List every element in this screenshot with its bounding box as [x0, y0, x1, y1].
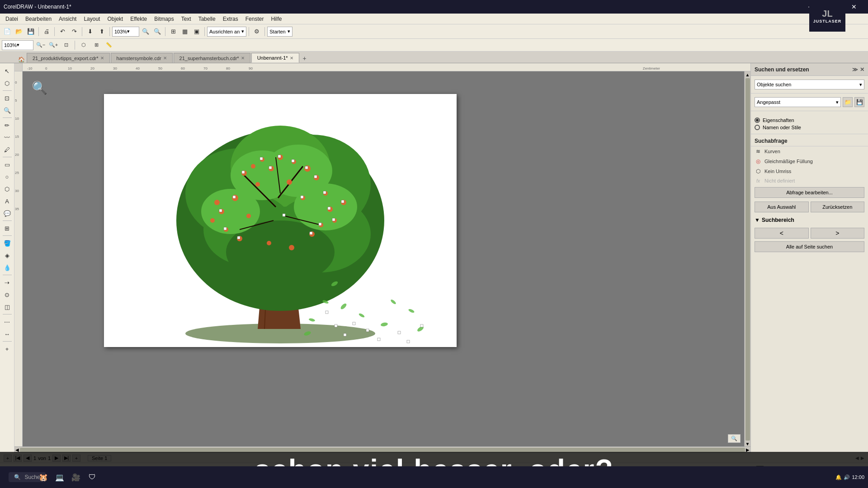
zoom-fit-button[interactable]: 🔍− — [35, 40, 46, 51]
tab-close-2[interactable]: ✕ — [163, 56, 167, 61]
contour-tool[interactable]: ⊙ — [1, 289, 13, 300]
next-btn[interactable]: > — [811, 228, 865, 239]
rulers-btn[interactable]: 📏 — [104, 40, 114, 51]
table-tool[interactable]: ⊞ — [1, 222, 13, 234]
rect-tool[interactable]: ▭ — [1, 159, 13, 170]
settings-button[interactable]: ⚙ — [251, 26, 262, 37]
open-button[interactable]: 📂 — [14, 26, 24, 37]
tab-superhamster[interactable]: 21_superhamsterbuch.cdr* ✕ — [174, 53, 250, 63]
menu-bearbeiten[interactable]: Bearbeiten — [22, 15, 55, 23]
query-kein-umriss[interactable]: ⬡ Kein Umriss — [751, 166, 868, 176]
blend-tool[interactable]: ⇢ — [1, 277, 13, 288]
smartdraw-tool[interactable]: 〰 — [1, 131, 13, 143]
artpen-tool[interactable]: 🖊 — [1, 144, 13, 155]
security-taskbar-icon[interactable]: 🛡 — [85, 471, 99, 483]
search-type-dropdown[interactable]: Objekte suchen ▾ — [755, 80, 864, 89]
menu-fenster[interactable]: Fenster — [242, 15, 268, 23]
zuruecksetzen-btn[interactable]: Zurücksetzen — [811, 202, 865, 212]
tab-close-1[interactable]: ✕ — [100, 56, 104, 61]
menu-extras[interactable]: Extras — [219, 15, 242, 23]
smart-fill-tool[interactable]: ◈ — [1, 249, 13, 261]
scroll-thumb-v[interactable] — [745, 78, 750, 441]
explorer-taskbar-icon[interactable]: 💻 — [52, 471, 67, 483]
search-taskbar-btn[interactable]: 🔍 Suche — [20, 471, 34, 483]
save-button[interactable]: 💾 — [25, 26, 36, 37]
redo-button[interactable]: ↷ — [69, 26, 80, 37]
radio-namen[interactable]: Namen oder Stile — [755, 125, 864, 130]
find-all-btn[interactable]: Alle auf Seite suchen — [755, 241, 864, 252]
callout-tool[interactable]: 💬 — [1, 207, 13, 219]
menu-layout[interactable]: Layout — [80, 15, 104, 23]
scroll-down[interactable]: ▼ — [745, 441, 750, 446]
vertical-scrollbar[interactable]: ▲ ▼ — [744, 71, 750, 446]
query-kurven[interactable]: ≋ Kurven — [751, 146, 868, 156]
menu-text[interactable]: Text — [178, 15, 195, 23]
menu-ansicht[interactable]: Ansicht — [55, 15, 80, 23]
abfrage-btn[interactable]: Abfrage bearbeiten... — [755, 187, 864, 198]
menu-effekte[interactable]: Effekte — [127, 15, 151, 23]
aus-auswahl-btn[interactable]: Aus Auswahl — [755, 202, 809, 212]
grid-btn[interactable]: ⊞ — [91, 40, 102, 51]
filter-btn-1[interactable]: 📁 — [843, 97, 853, 107]
connector-tool[interactable]: ⋯ — [1, 316, 13, 328]
align-dropdown[interactable]: Ausrichten an ▾ — [207, 27, 246, 37]
ellipse-tool[interactable]: ○ — [1, 171, 13, 183]
tab-produktivtipps[interactable]: 21_produktivtipps_export.cdr* ✕ — [27, 53, 110, 63]
panel-expand-btn[interactable]: ≫ — [852, 66, 858, 73]
zoom-out-button[interactable]: 🔍 — [140, 26, 151, 37]
node-tool[interactable]: ⬡ — [1, 77, 13, 89]
zoom-input[interactable]: 103% ▾ — [112, 27, 139, 37]
import-button[interactable]: ⬇ — [85, 26, 95, 37]
new-button[interactable]: 📄 — [2, 26, 13, 37]
query-gleichmaessige[interactable]: ◎ Gleichmäßige Füllung — [751, 156, 868, 166]
export-button[interactable]: ⬆ — [96, 26, 107, 37]
tab-unbenannt[interactable]: Unbenannt-1* ✕ — [251, 53, 299, 63]
zoom-actual-button[interactable]: ⊡ — [61, 40, 71, 51]
hamster-taskbar-icon[interactable]: 🐹 — [36, 471, 51, 483]
svg-point-31 — [255, 182, 260, 187]
text-tool[interactable]: A — [1, 195, 13, 207]
tab-add-button[interactable]: + — [300, 54, 309, 63]
scroll-up[interactable]: ▲ — [745, 72, 750, 77]
fill-tool[interactable]: 🪣 — [1, 237, 13, 249]
prev-btn[interactable]: < — [755, 228, 809, 239]
close-button[interactable]: ✕ — [844, 0, 864, 14]
panel-close-btn[interactable]: ✕ — [860, 66, 864, 73]
undo-button[interactable]: ↶ — [57, 26, 68, 37]
add-page-btn[interactable]: + — [1, 343, 13, 355]
starten-dropdown[interactable]: Starten ▾ — [267, 27, 292, 37]
zoom-tool[interactable]: 🔍 — [1, 104, 13, 116]
view-btn-2[interactable]: ▦ — [179, 26, 190, 37]
svg-rect-54 — [224, 227, 226, 230]
crop-tool[interactable]: ⊡ — [1, 92, 13, 104]
tab-close-4[interactable]: ✕ — [290, 56, 293, 61]
select-tool[interactable]: ↖ — [1, 65, 13, 77]
transparency-tool[interactable]: ◫ — [1, 301, 13, 313]
video-taskbar-icon[interactable]: 🎥 — [69, 471, 83, 483]
view-mode-btn[interactable]: ⬡ — [78, 40, 89, 51]
zoom-in2-button[interactable]: 🔍+ — [48, 40, 59, 51]
suchbereich-header[interactable]: ▼ Suchbereich — [751, 214, 868, 226]
menu-tabelle[interactable]: Tabelle — [195, 15, 219, 23]
radio-eigenschaften[interactable]: Eigenschaften — [755, 117, 864, 123]
print-button[interactable]: 🖨 — [41, 26, 52, 37]
canvas-workspace[interactable]: 🔍 — [23, 71, 744, 446]
zoom-percent-input[interactable]: 103% ▾ — [2, 40, 33, 50]
scroll-thumb-h[interactable] — [20, 448, 745, 452]
filter-dropdown[interactable]: Angepasst ▾ — [755, 97, 841, 107]
dropper-tool[interactable]: 💧 — [1, 262, 13, 273]
menu-objekt[interactable]: Objekt — [104, 15, 127, 23]
tab-hamstersymbole[interactable]: hamstersymbole.cdr ✕ — [111, 53, 173, 63]
filter-btn-2[interactable]: 💾 — [854, 97, 864, 107]
view-btn-1[interactable]: ⊞ — [168, 26, 179, 37]
menu-hilfe[interactable]: Hilfe — [267, 15, 285, 23]
view-btn-3[interactable]: ▣ — [191, 26, 202, 37]
polygon-tool[interactable]: ⬡ — [1, 183, 13, 195]
svg-rect-45 — [260, 157, 263, 160]
freehand-tool[interactable]: ✏ — [1, 119, 13, 131]
zoom-in-button[interactable]: 🔍 — [152, 26, 163, 37]
dimension-tool[interactable]: ↔ — [1, 328, 13, 340]
menu-bitmaps[interactable]: Bitmaps — [151, 15, 177, 23]
menu-datei[interactable]: Datei — [2, 15, 22, 23]
tab-close-3[interactable]: ✕ — [241, 56, 245, 61]
